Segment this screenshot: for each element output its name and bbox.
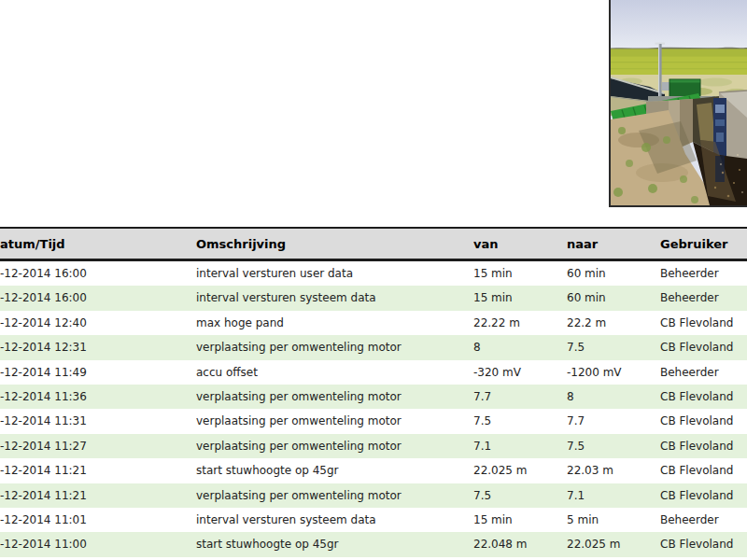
cell-van: 8: [473, 335, 567, 359]
cell-gebruiker: Beheerder: [660, 360, 747, 385]
change-log-section: atum/Tijd Omschrijving van naar Gebruike…: [0, 227, 747, 557]
cell-omschrijving: verplaatsing per omwenteling motor: [196, 335, 473, 359]
cell-naar: 22.2 m: [567, 311, 660, 335]
weir-canal-photo-graphic: [611, 0, 747, 205]
cell-omschrijving: verplaatsing per omwenteling motor: [196, 483, 473, 508]
cell-omschrijving: verplaatsing per omwenteling motor: [196, 385, 473, 409]
cell-gebruiker: CB Flevoland: [660, 434, 747, 458]
table-row: -12-2014 16:00interval versturen user da…: [0, 260, 747, 287]
table-row: -12-2014 11:21start stuwhoogte op 45gr22…: [0, 458, 747, 483]
cell-omschrijving: verplaatsing per omwenteling motor: [196, 409, 473, 433]
cell-datum: -12-2014 12:31: [0, 335, 196, 359]
cell-naar: -1200 mV: [567, 360, 660, 385]
cell-gebruiker: CB Flevoland: [660, 409, 747, 433]
cell-omschrijving: interval versturen systeem data: [196, 508, 473, 532]
cell-datum: -12-2014 16:00: [0, 260, 196, 287]
cell-datum: -12-2014 11:01: [0, 508, 196, 532]
cell-naar: 7.7: [567, 409, 660, 433]
table-header-row: atum/Tijd Omschrijving van naar Gebruike…: [0, 228, 747, 260]
cell-gebruiker: CB Flevoland: [660, 385, 747, 409]
cell-omschrijving: start stuwhoogte op 45gr: [196, 532, 473, 556]
table-row: -12-2014 12:31verplaatsing per omwenteli…: [0, 335, 747, 359]
cell-datum: -12-2014 11:49: [0, 360, 196, 385]
cell-naar: 22.03 m: [567, 458, 660, 483]
cell-naar: 7.5: [567, 335, 660, 359]
cell-omschrijving: verplaatsing per omwenteling motor: [196, 434, 473, 458]
cell-van: 7.5: [473, 409, 567, 433]
cell-naar: 5 min: [567, 508, 660, 532]
cell-gebruiker: Beheerder: [660, 286, 747, 310]
cell-omschrijving: accu offset: [196, 360, 473, 385]
cell-omschrijving: interval versturen user data: [196, 260, 473, 287]
cell-datum: -12-2014 11:21: [0, 458, 196, 483]
cell-naar: 60 min: [567, 260, 660, 287]
cell-gebruiker: CB Flevoland: [660, 311, 747, 335]
cell-datum: -12-2014 11:36: [0, 385, 196, 409]
table-row: -12-2014 11:21verplaatsing per omwenteli…: [0, 483, 747, 508]
cell-omschrijving: start stuwhoogte op 45gr: [196, 458, 473, 483]
table-row: -12-2014 11:31verplaatsing per omwenteli…: [0, 409, 747, 433]
change-log-table: atum/Tijd Omschrijving van naar Gebruike…: [0, 227, 747, 557]
column-header-datum-tijd: atum/Tijd: [0, 228, 196, 260]
cell-datum: -12-2014 11:27: [0, 434, 196, 458]
cell-naar: 22.025 m: [567, 532, 660, 556]
table-row: -12-2014 11:01interval versturen systeem…: [0, 508, 747, 532]
cell-gebruiker: Beheerder: [660, 508, 747, 532]
cell-datum: -12-2014 11:00: [0, 532, 196, 556]
table-row: -12-2014 11:36verplaatsing per omwenteli…: [0, 385, 747, 409]
cell-datum: -12-2014 12:40: [0, 311, 196, 335]
cell-van: 7.1: [473, 434, 567, 458]
cell-naar: 7.5: [567, 434, 660, 458]
cell-datum: -12-2014 16:00: [0, 286, 196, 310]
cell-naar: 7.1: [567, 483, 660, 508]
table-row: -12-2014 11:49accu offset-320 mV-1200 mV…: [0, 360, 747, 385]
cell-gebruiker: CB Flevoland: [660, 532, 747, 556]
cell-van: 15 min: [473, 508, 567, 532]
column-header-omschrijving: Omschrijving: [196, 228, 473, 260]
cell-van: 15 min: [473, 286, 567, 310]
cell-datum: -12-2014 11:31: [0, 409, 196, 433]
cell-gebruiker: CB Flevoland: [660, 335, 747, 359]
cell-van: -320 mV: [473, 360, 567, 385]
table-row: -12-2014 11:27verplaatsing per omwenteli…: [0, 434, 747, 458]
cell-van: 15 min: [473, 260, 567, 287]
column-header-naar: naar: [567, 228, 660, 260]
table-row: -12-2014 12:40max hoge pand22.22 m22.2 m…: [0, 311, 747, 335]
cell-omschrijving: interval versturen systeem data: [196, 286, 473, 310]
cell-gebruiker: Beheerder: [660, 260, 747, 287]
cell-datum: -12-2014 11:21: [0, 483, 196, 508]
column-header-gebruiker: Gebruiker: [660, 228, 747, 260]
cell-van: 7.5: [473, 483, 567, 508]
cell-gebruiker: CB Flevoland: [660, 483, 747, 508]
cell-naar: 60 min: [567, 286, 660, 310]
weir-canal-photo: [609, 0, 747, 207]
table-row: -12-2014 11:00start stuwhoogte op 45gr22…: [0, 532, 747, 556]
cell-van: 22.048 m: [473, 532, 567, 556]
cell-van: 7.7: [473, 385, 567, 409]
cell-van: 22.025 m: [473, 458, 567, 483]
cell-van: 22.22 m: [473, 311, 567, 335]
column-header-van: van: [473, 228, 567, 260]
cell-omschrijving: max hoge pand: [196, 311, 473, 335]
cell-naar: 8: [567, 385, 660, 409]
table-row: -12-2014 16:00interval versturen systeem…: [0, 286, 747, 310]
cell-gebruiker: CB Flevoland: [660, 458, 747, 483]
